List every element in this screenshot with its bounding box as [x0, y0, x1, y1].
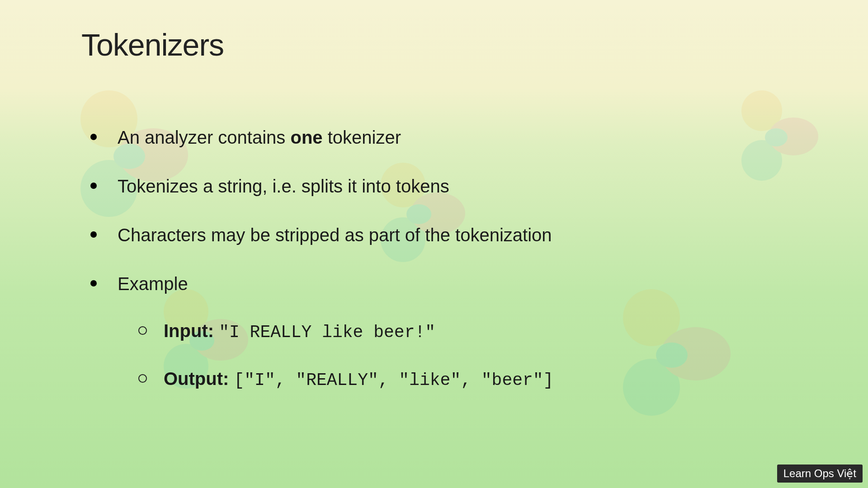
sub-bullet-input: Input: "I REALLY like beer!": [138, 319, 787, 343]
bullet-bold-word: one: [290, 127, 322, 147]
bullet-text: Characters may be stripped as part of th…: [118, 225, 552, 245]
output-label: Output:: [164, 369, 234, 389]
bullet-text: Example: [118, 274, 188, 294]
bullet-item-1: An analyzer contains one tokenizer: [90, 126, 787, 149]
sub-bullet-list: Input: "I REALLY like beer!" Output: ["I…: [118, 319, 787, 392]
output-value: ["I", "REALLY", "like", "beer"]: [234, 371, 554, 390]
bullet-item-2: Tokenizes a string, i.e. splits it into …: [90, 174, 787, 198]
slide-body: Tokenizers An analyzer contains one toke…: [0, 0, 868, 488]
watermark-badge: Learn Ops Việt: [777, 465, 863, 483]
bullet-item-3: Characters may be stripped as part of th…: [90, 223, 787, 247]
input-label: Input:: [164, 321, 219, 341]
sub-bullet-output: Output: ["I", "REALLY", "like", "beer"]: [138, 367, 787, 391]
bullet-item-4: Example Input: "I REALLY like beer!" Out…: [90, 272, 787, 392]
bullet-text: An analyzer contains: [118, 127, 290, 147]
slide-title: Tokenizers: [81, 27, 787, 62]
bullet-text: Tokenizes a string, i.e. splits it into …: [118, 176, 449, 196]
bullet-list: An analyzer contains one tokenizer Token…: [81, 126, 787, 392]
bullet-text: tokenizer: [323, 127, 401, 147]
input-value: "I REALLY like beer!": [219, 323, 435, 342]
